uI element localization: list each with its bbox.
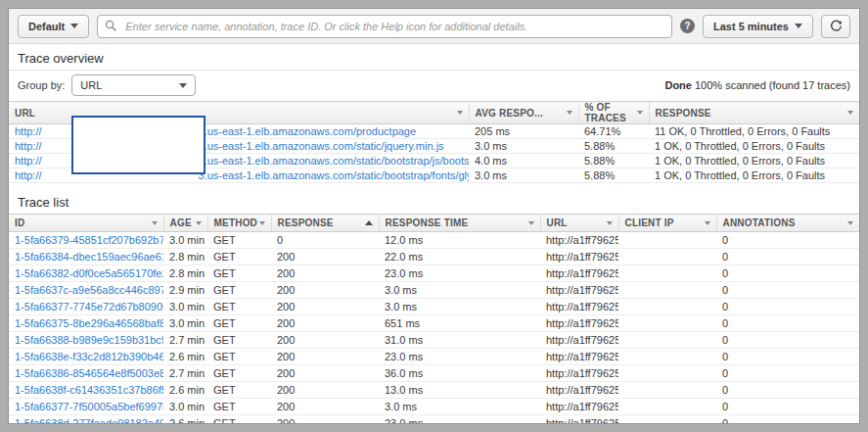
column-header-age[interactable]: AGE [163, 215, 207, 232]
filter-icon[interactable] [259, 221, 265, 225]
age-cell: 3.0 min [163, 399, 207, 415]
trace-overview-table-wrap: URL AVG RESPO... % OF TRACES RESPONSE [9, 101, 859, 183]
response-time-cell: 22.0 ms [379, 249, 540, 265]
response-time-cell: 13.0 ms [379, 382, 540, 399]
column-label: % OF TRACES [585, 102, 637, 123]
refresh-button[interactable] [821, 15, 850, 38]
trace-id-link[interactable]: 1-5fa6638d-277faade98182a40f3b98332 [15, 417, 163, 424]
url-cell: http://a1ff79625e6114... [540, 282, 618, 299]
trace-id-link[interactable]: 1-5fa6637c-a9e56a8cc446c8975693342d [15, 284, 163, 296]
response-cell: 200 [271, 299, 379, 315]
method-cell: GET [207, 399, 271, 415]
trace-id-link[interactable]: 1-5fa6638e-f33c2d812b390b46e7bec8d1 [15, 351, 163, 362]
trace-list-title: Trace list [18, 195, 850, 210]
search-input[interactable] [123, 20, 664, 33]
help-icon[interactable]: ? [680, 19, 695, 33]
url-cell: http://a1ff79625e6114... [540, 265, 618, 282]
trace-id-cell: 1-5fa6638e-f33c2d812b390b46e7bec8d1 [9, 349, 163, 365]
response-time-cell: 23.0 ms [379, 265, 540, 282]
column-header-url[interactable]: URL [540, 215, 618, 232]
annotations-cell: 0 [716, 315, 859, 332]
trace-list-row: 1-5fa66375-8be296a46568baf85a8007593.0 m… [9, 315, 859, 332]
age-cell: 2.6 min [163, 415, 207, 425]
age-cell: 3.0 min [163, 315, 207, 332]
response-cell: 200 [271, 332, 379, 349]
column-header-annotations[interactable]: ANNOTATIONS [716, 215, 859, 232]
method-cell: GET [207, 349, 271, 365]
trace-id-link[interactable]: 1-5fa66377-7745e72d67b809058095e199 [15, 301, 163, 312]
trace-id-link[interactable]: 1-5fa66377-7f50005a5bef6997891d170e [15, 401, 163, 412]
trace-list-row: 1-5fa66379-45851cf207b692b719d53eab3.0 m… [9, 232, 859, 249]
annotations-cell: 0 [716, 299, 859, 315]
filter-icon[interactable] [567, 111, 572, 115]
filter-icon[interactable] [152, 221, 158, 225]
client-ip-cell [618, 299, 716, 315]
column-header-response-time[interactable]: RESPONSE TIME [379, 215, 540, 232]
response-cell: 1 OK, 0 Throttled, 0 Errors, 0 Faults [649, 154, 859, 168]
method-cell: GET [207, 315, 271, 332]
url-cell: http://a1ff79625e6114... [540, 415, 618, 425]
chevron-down-icon [70, 24, 78, 28]
column-label: METHOD [214, 217, 258, 228]
xray-console-window: Default ? Last 5 minutes Trace overview [8, 8, 860, 424]
column-header-id[interactable]: ID [9, 215, 163, 232]
filter-icon[interactable] [196, 221, 202, 225]
trace-id-link[interactable]: 1-5fa66386-8546564e8f5003e8b258d604 [15, 367, 163, 379]
trace-id-cell: 1-5fa6638f-c61436351c37b86f55716079 [9, 382, 163, 399]
annotations-cell: 0 [716, 399, 859, 415]
response-time-cell: 3.0 ms [379, 299, 540, 315]
url-cell: http://a1ff79625e6114... [540, 399, 618, 415]
trace-id-link[interactable]: 1-5fa66379-45851cf207b692b719d53eab [15, 234, 163, 246]
annotations-cell: 0 [716, 415, 859, 425]
column-header-response[interactable]: RESPONSE [271, 215, 379, 232]
column-header-avg-response[interactable]: AVG RESPO... [469, 102, 578, 124]
trace-id-link[interactable]: 1-5fa6638f-c61436351c37b86f55716079 [15, 384, 163, 396]
filter-icon[interactable] [705, 221, 710, 225]
trace-list-row: 1-5fa6637c-a9e56a8cc446c8975693342d2.9 m… [9, 282, 859, 299]
filter-icon[interactable] [847, 221, 853, 225]
default-group-button[interactable]: Default [18, 15, 89, 38]
time-range-button[interactable]: Last 5 minutes [703, 15, 813, 38]
scan-status-rest: 100% scanned (found 17 traces) [695, 79, 850, 91]
trace-id-link[interactable]: 1-5fa66375-8be296a46568baf85a800759 [15, 317, 163, 329]
age-cell: 2.7 min [163, 332, 207, 349]
filter-icon[interactable] [457, 111, 463, 115]
column-header-response[interactable]: RESPONSE [649, 102, 859, 124]
trace-id-link[interactable]: 1-5fa66388-b989e9c159b31bc9b67d942d [15, 334, 163, 346]
group-by-select[interactable]: URL [71, 74, 196, 96]
column-label: AGE [170, 217, 192, 228]
trace-id-cell: 1-5fa66382-d0f0ce5a565170fe26d34990 [9, 265, 163, 282]
client-ip-cell [618, 249, 716, 265]
trace-id-link[interactable]: 1-5fa66384-dbec159aec96ae61b54c8dab [15, 251, 163, 263]
filter-icon[interactable] [637, 111, 643, 115]
scan-status: Done 100% scanned (found 17 traces) [664, 79, 850, 91]
trace-id-link[interactable]: 1-5fa66382-d0f0ce5a565170fe26d34990 [15, 267, 163, 279]
trace-overview-title: Trace overview [18, 51, 850, 66]
column-label: RESPONSE TIME [386, 217, 469, 228]
avg-response-cell: 4.0 ms [469, 154, 578, 168]
filter-icon[interactable] [847, 111, 853, 115]
filter-icon[interactable] [607, 221, 613, 225]
chevron-down-icon [179, 83, 187, 88]
search-box[interactable] [97, 15, 672, 38]
column-label: AVG RESPO... [476, 108, 543, 119]
top-toolbar: Default ? Last 5 minutes [9, 9, 859, 44]
column-label: URL [547, 217, 568, 228]
url-cell: http://a1ff79625e6114... [540, 382, 618, 399]
trace-list-row: 1-5fa6638e-f33c2d812b390b46e7bec8d12.6 m… [9, 349, 859, 365]
filter-icon[interactable] [528, 221, 534, 225]
column-label: ID [15, 217, 24, 228]
client-ip-cell [618, 365, 716, 382]
url-cell: http://a1ff79625e6114... [540, 249, 618, 265]
sort-ascending-icon[interactable] [365, 220, 373, 225]
annotations-cell: 0 [716, 349, 859, 365]
column-header-method[interactable]: METHOD [207, 215, 271, 232]
response-cell: 200 [271, 382, 379, 399]
group-by-row: Group by: URL Done 100% scanned (found 1… [9, 72, 859, 98]
column-header-pct-of-traces[interactable]: % OF TRACES [578, 102, 649, 124]
trace-id-cell: 1-5fa66388-b989e9c159b31bc9b67d942d [9, 332, 163, 349]
response-time-cell: 36.0 ms [379, 365, 540, 382]
method-cell: GET [207, 415, 271, 425]
trace-list-row: 1-5fa6638d-277faade98182a40f3b983322.6 m… [9, 415, 859, 425]
column-header-client-ip[interactable]: CLIENT IP [618, 215, 716, 232]
